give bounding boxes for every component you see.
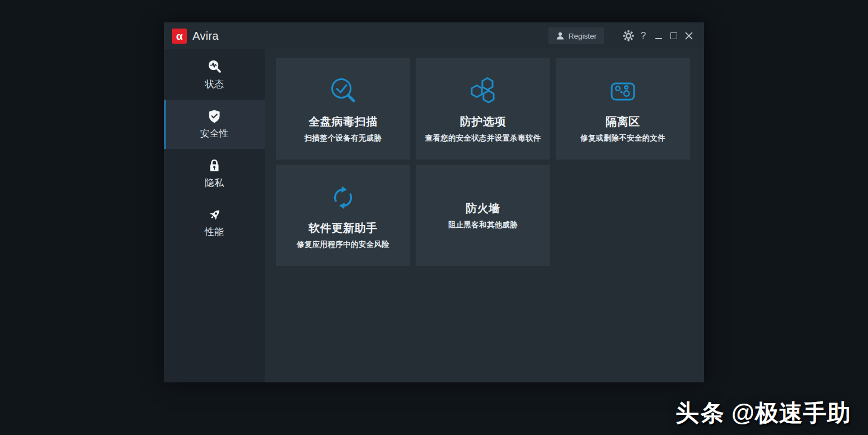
titlebar: α Avira Register [164, 22, 704, 49]
tile-title: 全盘病毒扫描 [309, 114, 378, 129]
watermark: 头条@极速手助 [675, 400, 851, 426]
register-button[interactable]: Register [548, 27, 604, 44]
gear-icon [622, 30, 635, 42]
tile-quarantine[interactable]: 隔离区 修复或删除不安全的文件 [556, 58, 690, 160]
performance-rocket-icon [207, 208, 222, 222]
titlebar-controls: Register [548, 27, 696, 44]
register-label: Register [569, 32, 597, 40]
tile-full-scan[interactable]: 全盘病毒扫描 扫描整个设备有无威胁 [276, 58, 410, 160]
brand-name: Avira [193, 30, 219, 43]
tile-subtitle: 阻止黑客和其他威胁 [448, 220, 518, 230]
tile-firewall[interactable]: 防火墙 阻止黑客和其他威胁 [416, 165, 550, 266]
tile-software-updater[interactable]: 软件更新助手 修复应用程序中的安全风险 [276, 165, 410, 266]
tile-subtitle: 扫描整个设备有无威胁 [304, 133, 382, 143]
updater-refresh-icon [327, 181, 359, 214]
avira-logo-icon: α [172, 29, 187, 44]
quarantine-box-icon [607, 75, 639, 107]
sidebar-item-status[interactable]: 状态 [164, 50, 265, 100]
minimize-icon [655, 38, 662, 39]
maximize-icon [670, 32, 677, 39]
minimize-button[interactable] [651, 27, 666, 44]
content-area: 全盘病毒扫描 扫描整个设备有无威胁 防护选项 查看您的安全状态并设置杀毒软件 [265, 49, 704, 382]
watermark-handle: @极速手助 [731, 400, 851, 426]
close-icon [684, 31, 694, 41]
tile-subtitle: 修复或删除不安全的文件 [580, 133, 665, 143]
help-icon: ? [641, 31, 646, 40]
close-button[interactable] [681, 27, 696, 44]
brand: α Avira [172, 29, 219, 44]
sidebar-nav: 状态 安全性 [164, 49, 265, 247]
sidebar: 状态 安全性 [164, 49, 265, 382]
help-button[interactable]: ? [636, 27, 651, 44]
sidebar-item-label: 隐私 [205, 176, 224, 189]
sidebar-item-security[interactable]: 安全性 [164, 100, 265, 149]
user-icon [556, 31, 565, 40]
sidebar-item-performance[interactable]: 性能 [164, 198, 265, 247]
security-shield-icon [207, 109, 222, 124]
watermark-brand: 头条 [675, 400, 726, 426]
avira-window: α Avira Register [164, 22, 704, 382]
sidebar-item-privacy[interactable]: 隐私 [164, 149, 265, 198]
sidebar-item-label: 状态 [205, 78, 224, 91]
tile-title: 软件更新助手 [309, 221, 378, 236]
tile-protection-options[interactable]: 防护选项 查看您的安全状态并设置杀毒软件 [416, 58, 550, 160]
sidebar-item-label: 性能 [205, 226, 224, 238]
tile-grid: 全盘病毒扫描 扫描整个设备有无威胁 防护选项 查看您的安全状态并设置杀毒软件 [276, 58, 690, 266]
protection-hexagons-icon [467, 75, 499, 107]
scan-magnifier-check-icon [327, 75, 359, 107]
tile-subtitle: 修复应用程序中的安全风险 [297, 240, 390, 250]
sidebar-item-label: 安全性 [200, 127, 229, 140]
tile-title: 防火墙 [466, 201, 500, 216]
tile-title: 防护选项 [460, 114, 506, 129]
tile-title: 隔离区 [606, 114, 640, 129]
tile-subtitle: 查看您的安全状态并设置杀毒软件 [425, 133, 541, 143]
status-magnifier-pulse-icon [207, 60, 222, 74]
privacy-lock-icon [207, 158, 222, 173]
settings-button[interactable] [621, 27, 636, 44]
maximize-button[interactable] [666, 27, 681, 44]
